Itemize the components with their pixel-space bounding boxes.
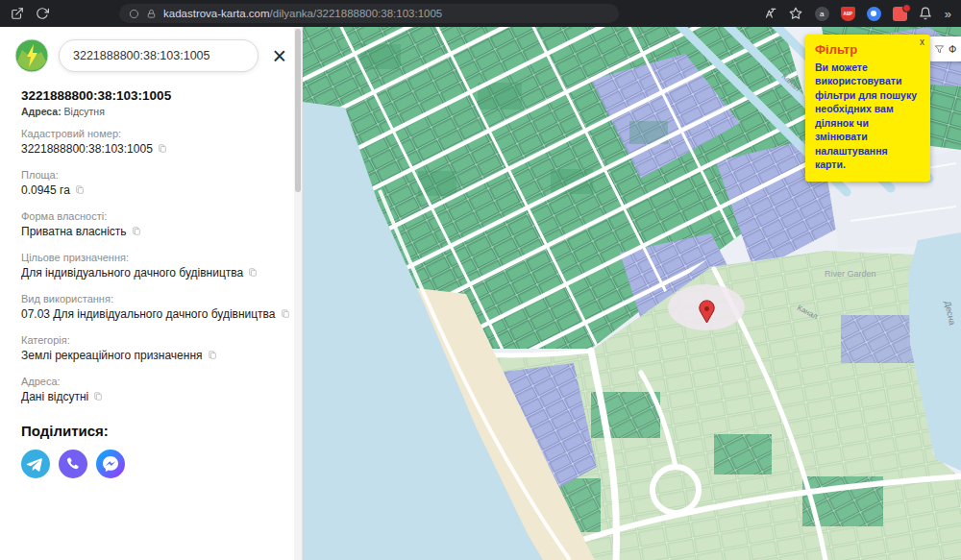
field-value: 3221888800:38:103:1005: [21, 142, 153, 157]
extension-a-icon[interactable]: a: [815, 7, 829, 21]
field-label: Кадастровий номер:: [21, 128, 281, 140]
tooltip-close-button[interactable]: x: [919, 36, 925, 48]
notifications-bell-icon[interactable]: [919, 7, 933, 21]
copy-icon[interactable]: [132, 223, 141, 240]
parcel-subtitle: Адреса: Відсутня: [21, 105, 281, 118]
url-text: kadastrova-karta.com/dilyanka/3221888800…: [163, 8, 442, 19]
url-bar[interactable]: kadastrova-karta.com/dilyanka/3221888800…: [119, 4, 619, 23]
search-input[interactable]: [59, 39, 259, 72]
field-value: Дані відсутні: [21, 390, 88, 404]
field-value: Для індивідуального дачного будівництва: [21, 266, 243, 280]
tooltip-body: Ви можете використовувати фільтри для по…: [815, 61, 921, 172]
filter-funnel-icon: [934, 44, 945, 55]
map-label-river-garden: River Garden: [825, 269, 876, 279]
field-ownership-form: Форма власності: Приватна власність: [21, 210, 281, 242]
copy-icon[interactable]: [93, 388, 103, 405]
extension-blue-icon[interactable]: [867, 7, 881, 21]
sidebar-scrollbar[interactable]: [294, 27, 302, 560]
share-icon[interactable]: [10, 7, 24, 21]
reload-icon[interactable]: [35, 7, 49, 21]
browser-topbar: kadastrova-karta.com/dilyanka/3221888800…: [0, 0, 961, 27]
site-logo-icon[interactable]: [14, 38, 49, 73]
copy-icon[interactable]: [281, 305, 290, 323]
bookmark-star-icon[interactable]: [789, 7, 803, 21]
field-usage-type: Вид використання: 07.03 Для індивідуальн…: [21, 293, 281, 325]
copy-icon[interactable]: [75, 182, 85, 199]
map-container: Канал Канал River Garden Десна x Фільтр …: [303, 27, 961, 560]
field-value: Землі рекреаційного призначення: [21, 349, 203, 363]
share-heading: Поділитися:: [21, 423, 281, 439]
filter-chip-label: Ф: [949, 43, 956, 55]
lock-icon[interactable]: [146, 9, 157, 19]
field-label: Цільове призначення:: [21, 252, 281, 264]
field-purpose: Цільове призначення: Для індивідуального…: [21, 252, 281, 283]
tooltip-title: Фільтр: [815, 42, 921, 57]
telegram-icon[interactable]: [21, 450, 50, 478]
field-value: 07.03 Для індивідуального дачного будівн…: [21, 307, 276, 322]
field-label: Форма власності:: [21, 210, 281, 223]
copy-icon[interactable]: [208, 347, 217, 364]
field-label: Площа:: [21, 169, 281, 182]
translate-icon[interactable]: [763, 7, 777, 21]
extension-adblock-icon[interactable]: ABP: [841, 7, 855, 21]
field-label: Адреса:: [21, 376, 281, 388]
parcel-info-panel: × 3221888800:38:103:1005 Адреса: Відсутн…: [0, 27, 303, 560]
copy-icon[interactable]: [158, 140, 167, 158]
field-area: Площа: 0.0945 га: [21, 169, 281, 201]
subtitle-label: Адреса:: [21, 106, 62, 117]
close-panel-button[interactable]: ×: [268, 44, 290, 68]
overflow-chevrons-icon[interactable]: »: [945, 8, 951, 20]
filter-panel-toggle[interactable]: Ф: [928, 37, 961, 61]
viber-icon[interactable]: [59, 450, 87, 478]
copy-icon[interactable]: [248, 264, 258, 281]
field-address: Адреса: Дані відсутні: [21, 376, 281, 407]
parcel-title: 3221888800:38:103:1005: [21, 87, 281, 105]
field-value: Приватна власність: [21, 225, 127, 239]
field-label: Вид використання:: [21, 293, 281, 305]
page-info-icon[interactable]: [129, 9, 139, 19]
extension-badge: [902, 4, 911, 12]
field-category: Категорія: Землі рекреаційного призначен…: [21, 334, 281, 366]
messenger-icon[interactable]: [96, 450, 125, 478]
share-buttons: [21, 450, 281, 478]
field-label: Категорія:: [21, 334, 281, 347]
field-value: 0.0945 га: [21, 183, 70, 198]
extension-red-icon[interactable]: [893, 7, 907, 21]
browser-window: kadastrova-karta.com/dilyanka/3221888800…: [0, 0, 961, 560]
filter-tooltip: x Фільтр Ви можете використовувати фільт…: [805, 35, 930, 182]
subtitle-value: Відсутня: [64, 106, 105, 117]
field-cadastral-number: Кадастровий номер: 3221888800:38:103:100…: [21, 128, 281, 159]
sidebar-scrollbar-thumb[interactable]: [295, 29, 301, 192]
